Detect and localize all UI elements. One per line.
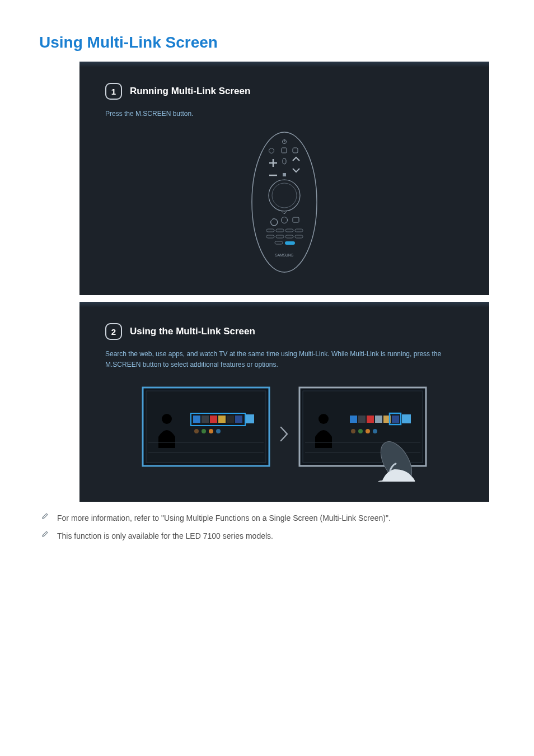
tv-screen-before bbox=[142, 386, 270, 482]
note-text: For more information, refer to "Using Mu… bbox=[57, 512, 391, 524]
step-instruction-2: Search the web, use apps, and watch TV a… bbox=[105, 349, 463, 370]
svg-point-53 bbox=[358, 429, 363, 433]
page-title: Using Multi-Link Screen bbox=[39, 34, 495, 52]
svg-point-43 bbox=[318, 414, 329, 424]
step-title-2: Using the Multi-Link Screen bbox=[130, 326, 255, 337]
svg-rect-45 bbox=[358, 416, 366, 423]
panel-accent-bar bbox=[79, 62, 489, 67]
note-text: This function is only available for the … bbox=[57, 530, 273, 542]
panel-running-multilink: 1 Running Multi-Link Screen Press the M.… bbox=[79, 62, 489, 295]
step-instruction-1: Press the M.SCREEN button. bbox=[105, 109, 463, 119]
svg-rect-44 bbox=[350, 416, 357, 423]
step-title-1: Running Multi-Link Screen bbox=[130, 86, 250, 97]
mscreen-button-highlight bbox=[285, 241, 295, 245]
pencil-icon bbox=[41, 512, 49, 520]
svg-point-54 bbox=[366, 429, 370, 433]
step-header-1: 1 Running Multi-Link Screen bbox=[105, 83, 463, 100]
svg-rect-47 bbox=[375, 416, 382, 423]
svg-rect-46 bbox=[367, 416, 374, 423]
notes-section: For more information, refer to "Using Mu… bbox=[39, 512, 495, 543]
svg-rect-29 bbox=[210, 416, 217, 423]
svg-rect-30 bbox=[218, 416, 226, 423]
step-number-badge-1: 1 bbox=[105, 83, 122, 100]
screens-row bbox=[105, 386, 463, 482]
svg-rect-27 bbox=[193, 416, 200, 423]
step-header-2: 2 Using the Multi-Link Screen bbox=[105, 323, 463, 340]
svg-rect-10 bbox=[283, 173, 286, 176]
step-number-badge-2: 2 bbox=[105, 323, 122, 340]
svg-point-35 bbox=[194, 429, 199, 433]
svg-point-38 bbox=[216, 429, 221, 433]
svg-rect-32 bbox=[235, 416, 242, 423]
pencil-icon bbox=[41, 530, 49, 538]
panel-accent-bar bbox=[79, 302, 489, 307]
svg-rect-31 bbox=[227, 416, 234, 423]
tv-screen-after bbox=[298, 386, 427, 482]
svg-rect-28 bbox=[202, 416, 209, 423]
svg-rect-49 bbox=[392, 416, 399, 423]
svg-point-52 bbox=[351, 429, 355, 433]
note-row: This function is only available for the … bbox=[39, 530, 495, 542]
svg-point-36 bbox=[202, 429, 206, 433]
svg-rect-25 bbox=[146, 391, 266, 463]
panel-using-multilink: 2 Using the Multi-Link Screen Search the… bbox=[79, 302, 489, 501]
remote-brand-label: SAMSUNG bbox=[275, 253, 294, 257]
note-row: For more information, refer to "Using Mu… bbox=[39, 512, 495, 524]
remote-control-illustration: SAMSUNG bbox=[248, 129, 321, 275]
chevron-right-icon bbox=[279, 426, 289, 442]
svg-rect-33 bbox=[245, 414, 254, 423]
svg-point-26 bbox=[162, 414, 172, 424]
svg-point-55 bbox=[373, 429, 377, 433]
svg-rect-50 bbox=[402, 414, 411, 423]
svg-point-37 bbox=[209, 429, 213, 433]
remote-illustration-wrap: SAMSUNG bbox=[105, 129, 463, 275]
